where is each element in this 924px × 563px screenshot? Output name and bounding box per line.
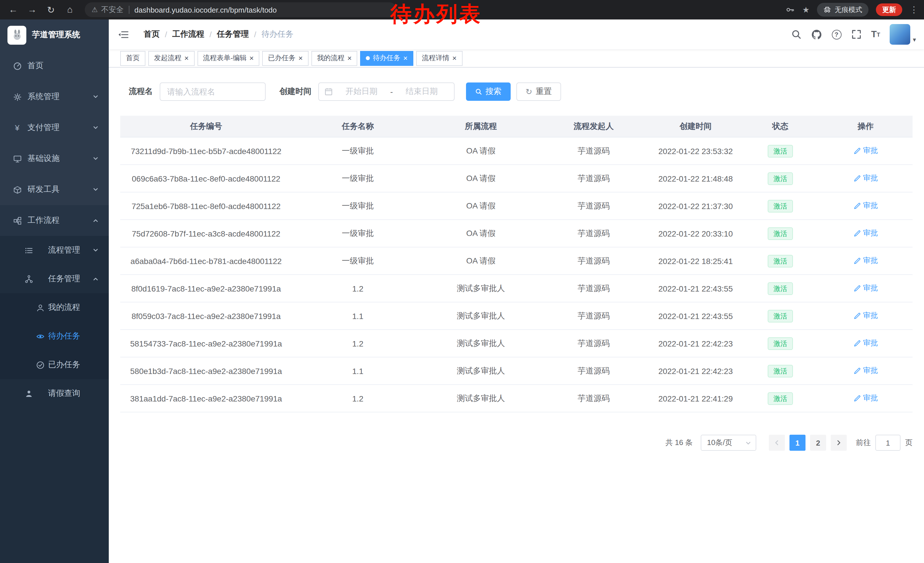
address-bar[interactable]: ⚠ 不安全 dashboard.yudao.iocoder.cn/bpm/tas… — [85, 2, 397, 17]
close-icon[interactable]: × — [298, 54, 303, 62]
sidebar-item-label: 我的流程 — [48, 302, 80, 313]
fullscreen-icon[interactable] — [851, 29, 861, 39]
cell-process: OA 请假 — [424, 201, 538, 211]
forward-icon[interactable]: → — [26, 5, 38, 15]
screen: ← → ↻ ⌂ ⚠ 不安全 dashboard.yudao.iocoder.cn… — [0, 0, 924, 563]
user-menu[interactable]: ▾ — [890, 24, 916, 45]
sidebar-item-process-management[interactable]: 流程管理 — [0, 236, 109, 264]
edit-icon — [853, 175, 861, 182]
monitor-icon — [13, 154, 22, 163]
tab-label: 流程详情 — [422, 53, 449, 63]
sidebar-item-todo-tasks[interactable]: 待办任务 — [0, 322, 109, 350]
cell-task-name: 1.1 — [292, 366, 424, 375]
cell-task-name: 一级审批 — [292, 146, 424, 156]
approve-label: 审批 — [863, 393, 878, 404]
date-range-picker[interactable]: 开始日期 - 结束日期 — [318, 83, 454, 101]
page-button-2[interactable]: 2 — [810, 435, 826, 451]
tab-process-detail[interactable]: 流程详情 × — [416, 51, 462, 66]
approve-link[interactable]: 审批 — [853, 393, 878, 404]
sidebar: 芋道管理系统 首页 系统管理 ¥ 支付管理 基础设施 — [0, 20, 109, 563]
sidebar-item-dev-tools[interactable]: 研发工具 — [0, 174, 109, 205]
table-row: 58154733-7ac8-11ec-a9e2-a2380e71991a 1.2… — [120, 330, 912, 357]
breadcrumb-workflow[interactable]: 工作流程 — [172, 29, 204, 39]
tab-process-form-edit[interactable]: 流程表单-编辑 × — [197, 51, 260, 66]
sidebar-item-infrastructure[interactable]: 基础设施 — [0, 143, 109, 174]
sidebar-item-task-management[interactable]: 任务管理 — [0, 264, 109, 293]
font-size-icon[interactable]: TT — [871, 29, 880, 39]
tab-label: 首页 — [126, 53, 140, 63]
cell-task-name: 一级审批 — [292, 201, 424, 211]
approve-link[interactable]: 审批 — [853, 256, 878, 266]
next-page-button[interactable] — [831, 435, 847, 451]
approve-link[interactable]: 审批 — [853, 311, 878, 321]
github-icon[interactable] — [811, 29, 822, 40]
page-button-1[interactable]: 1 — [789, 435, 806, 451]
tab-my-processes[interactable]: 我的流程 × — [311, 51, 357, 66]
avatar[interactable] — [890, 24, 910, 45]
close-icon[interactable]: × — [452, 54, 456, 62]
approve-link[interactable]: 审批 — [853, 146, 878, 156]
sidebar-item-my-processes[interactable]: 我的流程 — [0, 293, 109, 322]
goto-page-input[interactable] — [875, 435, 900, 451]
cell-task-id: a6aba0a4-7b6d-11ec-b781-acde48001122 — [120, 256, 292, 266]
update-button[interactable]: 更新 — [876, 3, 902, 16]
table-row: 73211d9d-7b9b-11ec-b5b7-acde48001122 一级审… — [120, 137, 912, 165]
table-row: 381aa1dd-7ac8-11ec-a9e2-a2380e71991a 1.2… — [120, 385, 912, 412]
app-logo[interactable]: 芋道管理系统 — [0, 20, 109, 50]
tab-home[interactable]: 首页 — [120, 51, 146, 66]
bookmark-star-icon[interactable]: ★ — [802, 5, 810, 14]
process-name-input[interactable] — [160, 83, 266, 101]
status-badge: 激活 — [768, 392, 793, 405]
approve-label: 审批 — [863, 311, 878, 321]
close-icon[interactable]: × — [348, 54, 352, 62]
sidebar-item-label: 请假查询 — [48, 388, 80, 399]
top-navbar: 首页 / 工作流程 / 任务管理 / 待办任务 ? TT ▾ — [109, 20, 924, 49]
browser-menu-icon[interactable]: ⋮ — [910, 5, 918, 15]
gear-icon — [13, 92, 22, 101]
approve-link[interactable]: 审批 — [853, 173, 878, 183]
tab-todo-tasks[interactable]: 待办任务 × — [360, 51, 413, 66]
approve-link[interactable]: 审批 — [853, 201, 878, 211]
sidebar-item-payment[interactable]: ¥ 支付管理 — [0, 112, 109, 143]
chevron-down-icon — [93, 156, 99, 162]
search-icon[interactable] — [791, 29, 801, 39]
close-icon[interactable]: × — [184, 54, 189, 62]
approve-link[interactable]: 审批 — [853, 338, 878, 348]
status-badge: 激活 — [768, 309, 793, 322]
status-badge: 激活 — [768, 145, 793, 157]
home-icon[interactable]: ⌂ — [64, 5, 76, 15]
logo-image — [8, 26, 26, 44]
cell-process: 测试多审批人 — [424, 283, 538, 294]
prev-page-button[interactable] — [769, 435, 785, 451]
cell-task-id: 8f0d1619-7ac8-11ec-a9e2-a2380e71991a — [120, 284, 292, 293]
help-icon[interactable]: ? — [831, 30, 841, 39]
sidebar-toggle-icon[interactable] — [118, 30, 129, 39]
close-icon[interactable]: × — [249, 54, 254, 62]
tab-done-tasks[interactable]: 已办任务 × — [262, 51, 308, 66]
column-header-status: 状态 — [742, 121, 819, 131]
sidebar-item-leave-query[interactable]: 请假查询 — [0, 379, 109, 408]
key-icon[interactable] — [786, 5, 795, 14]
sidebar-item-label: 支付管理 — [27, 123, 60, 133]
page-size-select[interactable]: 10条/页 — [701, 435, 756, 451]
approve-link[interactable]: 审批 — [853, 366, 878, 376]
chevron-down-icon — [746, 440, 751, 446]
sidebar-item-done-tasks[interactable]: 已办任务 — [0, 350, 109, 379]
sidebar-item-workflow[interactable]: 工作流程 — [0, 205, 109, 236]
pagination-total: 共 16 条 — [666, 438, 693, 448]
breadcrumb-task-management[interactable]: 任务管理 — [217, 29, 249, 39]
yen-icon: ¥ — [13, 123, 22, 132]
tab-start-process[interactable]: 发起流程 × — [148, 51, 194, 66]
approve-link[interactable]: 审批 — [853, 228, 878, 239]
close-icon[interactable]: × — [404, 54, 408, 62]
url-text: dashboard.yudao.iocoder.cn/bpm/task/todo — [135, 6, 277, 14]
cell-created: 2022-01-21 22:42:23 — [649, 339, 742, 348]
approve-link[interactable]: 审批 — [853, 283, 878, 294]
back-icon[interactable]: ← — [8, 5, 19, 15]
reset-button[interactable]: ↻ 重置 — [516, 83, 561, 101]
sidebar-item-system[interactable]: 系统管理 — [0, 81, 109, 112]
reload-icon[interactable]: ↻ — [45, 4, 57, 15]
breadcrumb-home[interactable]: 首页 — [144, 29, 160, 39]
sidebar-item-home[interactable]: 首页 — [0, 50, 109, 81]
search-button[interactable]: 搜索 — [466, 83, 511, 101]
